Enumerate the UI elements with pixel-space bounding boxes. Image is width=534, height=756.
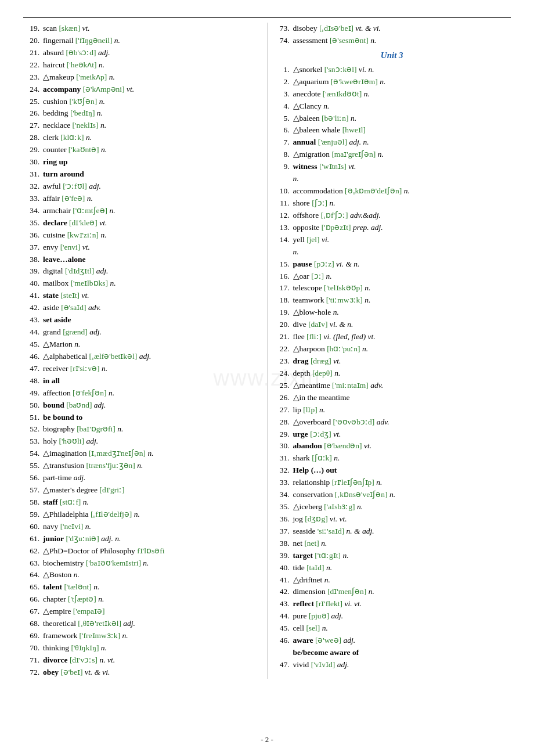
list-item: 68.theoretical [ˌθɪə'retɪkəl] adj. xyxy=(23,618,261,630)
entry-word: flee xyxy=(293,332,305,341)
entry-word: envy xyxy=(43,243,58,251)
entry-word: dimension xyxy=(293,587,326,596)
entry-pos: n. xyxy=(85,194,93,203)
entry-number: 58. xyxy=(23,496,39,509)
entry-word: Clancy xyxy=(300,102,322,110)
list-item: 22.△harpoon [hɑː'puːn] n. xyxy=(273,343,511,355)
entry-phonetic: [dɪ'menʃən] xyxy=(326,587,367,596)
list-item: 38.leave…alone xyxy=(23,254,261,266)
entry-pos: n. xyxy=(317,405,326,414)
entry-content: relationship [rɪ'leɪʃənʃɪp] n. xyxy=(293,477,511,489)
entry-number: 21. xyxy=(23,47,39,59)
entry-number: 29. xyxy=(23,144,39,156)
entry-number: 63. xyxy=(23,557,39,570)
entry-word: drag xyxy=(293,357,309,365)
entry-phonetic: [daɪv] xyxy=(306,320,328,329)
entry-number: 2. xyxy=(273,76,290,88)
entry-word: Boston xyxy=(49,570,71,579)
entry-number: 71. xyxy=(23,654,39,667)
entry-pos: n. xyxy=(360,344,369,353)
entry-word: telescope xyxy=(293,283,322,292)
entry-content: set aside xyxy=(43,314,261,326)
triangle-icon: △ xyxy=(293,344,300,353)
entry-phonetic: ['wɪtnɪs] xyxy=(317,162,347,171)
list-item: 55.△transfusion [træns'fjuːʒən] n. xyxy=(23,460,261,472)
entry-phonetic: [ə'beɪ] xyxy=(59,668,83,676)
list-item: 40.tide [taɪd] n. xyxy=(273,562,511,574)
list-item: 30.abandon [ə'bændən] vt. xyxy=(273,440,511,452)
entry-word: imagination xyxy=(49,449,87,458)
entry-content: △empire ['empaɪə] xyxy=(43,606,261,618)
list-item: 23.△makeup ['meikʌp] n. xyxy=(23,71,261,84)
entry-phonetic: [ə'feə] xyxy=(60,194,85,203)
list-item: 12.offshore [ˌɒf'ʃɔː] adv.&adj. xyxy=(273,210,511,222)
triangle-icon: △ xyxy=(43,352,49,361)
entry-content: tide [taɪd] n. xyxy=(293,562,511,574)
entry-word: junior xyxy=(43,534,64,543)
list-item: 47.receiver [rɪ'siːvə] n. xyxy=(23,363,261,375)
entry-word: meantime xyxy=(300,381,330,390)
list-item: 19.scan [skæn] vt. xyxy=(23,23,261,35)
entry-word: PhD=Doctor of Philosophy xyxy=(49,546,135,555)
entry-word: framework xyxy=(43,631,77,640)
entry-content: absurd [əb'sɔːd] adj. xyxy=(43,47,261,59)
list-item: 10.accommodation [əˌkɒmə'deɪʃən] n. xyxy=(273,185,511,197)
entry-content: fingernail ['fɪŋgəneil] n. xyxy=(43,35,261,47)
entry-content: flee [fliː] vi. (fled, fled) vt. xyxy=(293,331,511,343)
entry-phonetic: [dɪ'vɔːs] xyxy=(68,656,98,664)
list-item: 34.conservation [ˌkɒnsə'veɪʃən] n. xyxy=(273,489,511,501)
entry-pos: n. xyxy=(71,570,80,579)
entry-word: baleen whale xyxy=(300,125,341,134)
triangle-icon: △ xyxy=(43,449,49,458)
entry-phonetic: [hɑː'puːn] xyxy=(325,344,360,353)
entry-pos: vi. vt. xyxy=(342,599,362,608)
entry-word: grand xyxy=(43,327,61,336)
entry-phonetic: ['ɒpəzɪt] xyxy=(319,223,351,232)
entry-pos: n. xyxy=(363,296,371,304)
entry-pos: n. xyxy=(92,582,100,591)
entry-word: declare xyxy=(43,218,67,227)
entry-content: navy ['neɪvi] n. xyxy=(43,521,261,533)
entry-phonetic: [əˌkɒmə'deɪʃən] xyxy=(343,186,402,195)
list-item: 39.digital ['dɪdʒɪtl] adj. xyxy=(23,265,261,278)
entry-phonetic: [steɪt] xyxy=(59,291,80,300)
entry-number: 18. xyxy=(273,294,290,307)
entry-content: △master's degree [dɪ'griː] xyxy=(43,484,261,496)
entry-content: witness ['wɪtnɪs] vt. xyxy=(293,161,511,173)
list-item: 20.fingernail ['fɪŋgəneil] n. xyxy=(23,35,261,47)
triangle-icon: △ xyxy=(43,510,49,519)
entry-content: cuisine [kwɪ'ziːn] n. xyxy=(43,229,261,242)
list-item: 20.dive [daɪv] vi. & n. xyxy=(273,319,511,331)
entry-word: theoretical xyxy=(43,619,76,628)
entry-content: holy ['həʊli] adj. xyxy=(43,435,261,448)
list-item: 17.telescope ['telɪskəʊp] n. xyxy=(273,282,511,294)
entry-content: clerk [klɑːk] n. xyxy=(43,132,261,144)
entry-pos: n. xyxy=(99,643,107,652)
entry-content: theoretical [ˌθɪə'retɪkəl] adj. xyxy=(43,618,261,630)
list-item: 15.pause [pɔːz] vi. & n. xyxy=(273,258,511,271)
entry-word: yell xyxy=(293,235,305,244)
entry-content: △baleen whale [hweɪl] xyxy=(293,124,511,136)
entry-pos: n. xyxy=(107,388,115,397)
list-item: 74.assessment [ə'sesmənt] n. xyxy=(273,35,511,47)
triangle-icon: △ xyxy=(43,546,49,555)
entry-phonetic: ['bedɪŋ] xyxy=(68,109,95,117)
list-item: 31.shark [ʃɑːk] n. xyxy=(273,452,511,465)
entry-number: 56. xyxy=(23,472,39,484)
entry-pos: n. xyxy=(84,133,92,142)
entry-word: baleen xyxy=(300,114,320,123)
entry-pos: vi. vt. xyxy=(328,514,347,523)
entry-number: 59. xyxy=(23,509,39,521)
entry-content: accommodation [əˌkɒmə'deɪʃən] n. xyxy=(293,185,511,197)
entry-phonetic: [stɑːf] xyxy=(58,498,81,506)
list-item: 36.jog [dʒɒg] vi. vt. xyxy=(273,513,511,525)
entry-pos: n. xyxy=(112,36,120,45)
entry-phonetic: [rɪ'leɪʃənʃɪp] xyxy=(330,478,374,487)
entry-content: △makeup ['meikʌp] n. xyxy=(43,71,261,84)
list-item: 31.turn around xyxy=(23,168,261,181)
entry-content: opposite ['ɒpəzɪt] prep. adj. xyxy=(293,222,511,234)
entry-word: accommodation xyxy=(293,186,343,195)
entry-phonetic: ['heəkʌt] xyxy=(64,60,96,69)
entry-word: iceberg xyxy=(300,502,322,511)
entry-content: shark [ʃɑːk] n. xyxy=(293,452,511,465)
